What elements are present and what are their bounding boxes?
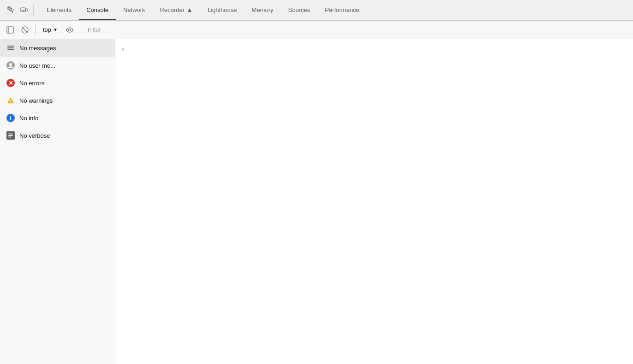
inspect-element-icon[interactable] [6, 5, 17, 16]
clear-console-button[interactable] [18, 23, 31, 36]
warning-icon: ! [6, 96, 15, 105]
tab-network[interactable]: Network [116, 0, 153, 20]
svg-rect-2 [26, 9, 27, 11]
tab-elements[interactable]: Elements [39, 0, 79, 20]
console-toolbar: top ▼ [0, 21, 633, 39]
sidebar-item-label: No errors [19, 80, 44, 87]
sidebar-item-verbose[interactable]: No verbose [0, 127, 115, 144]
toolbar-separator [33, 5, 34, 16]
devtools-window: Elements Console Network Recorder ▲ Ligh… [0, 0, 633, 364]
svg-point-9 [68, 29, 71, 31]
sidebar-item-warnings[interactable]: ! No warnings [0, 92, 115, 109]
tab-memory[interactable]: Memory [245, 0, 281, 20]
svg-line-7 [23, 27, 28, 32]
info-icon: i [6, 114, 15, 122]
sidebar-item-user-messages[interactable]: No user me... [0, 57, 115, 74]
tab-bar: Elements Console Network Recorder ▲ Ligh… [0, 0, 633, 21]
sidebar-toggle-button[interactable] [4, 23, 17, 36]
sidebar-item-label: No user me... [19, 62, 55, 69]
sidebar-item-all-messages[interactable]: No messages [0, 39, 115, 57]
sidebar-item-label: No warnings [19, 97, 53, 104]
sidebar-item-label: No verbose [19, 132, 50, 139]
sidebar-item-label: No messages [19, 45, 56, 52]
sidebar-item-label: No info [19, 115, 38, 122]
toolbar-separator-3 [80, 24, 80, 35]
device-toolbar-icon[interactable] [18, 5, 30, 16]
svg-rect-1 [21, 8, 25, 12]
console-output: › [115, 39, 633, 364]
svg-rect-4 [7, 27, 13, 33]
tab-recorder[interactable]: Recorder ▲ [153, 0, 200, 20]
toolbar-separator-2 [35, 24, 36, 35]
verbose-icon [6, 131, 15, 140]
console-sidebar: No messages No user me... ✕ [0, 39, 115, 364]
tab-performance[interactable]: Performance [317, 0, 366, 20]
live-expressions-button[interactable] [63, 23, 76, 36]
toolbar-icons [2, 5, 39, 16]
chevron-down-icon: ▼ [53, 27, 58, 32]
tab-console[interactable]: Console [79, 0, 116, 20]
sidebar-item-info[interactable]: i No info [0, 109, 115, 127]
filter-input[interactable] [84, 24, 629, 35]
svg-text:!: ! [10, 99, 12, 104]
main-content: No messages No user me... ✕ [0, 39, 633, 364]
svg-point-10 [9, 63, 12, 66]
error-icon: ✕ [6, 79, 15, 87]
user-icon [6, 61, 15, 70]
context-selector[interactable]: top ▼ [39, 24, 61, 35]
tab-sources[interactable]: Sources [281, 0, 318, 20]
tab-list: Elements Console Network Recorder ▲ Ligh… [39, 0, 631, 20]
tab-lighthouse[interactable]: Lighthouse [200, 0, 245, 20]
lines-icon [6, 44, 15, 52]
sidebar-item-errors[interactable]: ✕ No errors [0, 74, 115, 92]
svg-point-8 [66, 28, 73, 32]
expand-icon[interactable]: › [122, 46, 124, 53]
